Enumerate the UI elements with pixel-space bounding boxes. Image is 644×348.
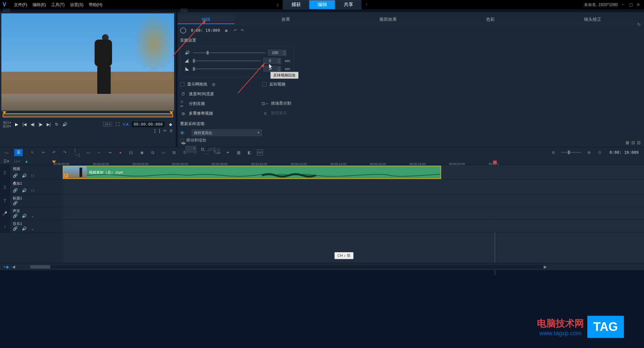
storyboard-view-icon[interactable]: ▭ (3, 150, 9, 156)
tool-icon[interactable]: |←| (74, 150, 80, 156)
record-icon[interactable]: ● (117, 150, 123, 156)
next-frame-button[interactable]: |▶ (38, 122, 43, 127)
clip-duration[interactable]: 0:00: 19:009 (189, 27, 222, 34)
goto-end-button[interactable]: ▶| (46, 122, 51, 127)
preview-timecode[interactable]: 00:00:00:000 (131, 121, 165, 128)
menu-file[interactable]: 文件(F) (14, 2, 27, 8)
tab-effects[interactable]: 效果 (234, 15, 337, 24)
clip-audio-icon[interactable]: 🔊 (64, 174, 68, 178)
scroll-left-icon[interactable]: ◀ (12, 265, 15, 269)
expand-icon[interactable]: ⛶ (115, 122, 120, 127)
scrubber[interactable] (3, 113, 173, 117)
goto-start-button[interactable]: |◀ (22, 122, 27, 127)
menu-edit[interactable]: 编辑(E) (33, 2, 46, 8)
volume-button[interactable]: 🔊 (62, 122, 67, 127)
tool-icon[interactable]: ⫿⫿ (128, 150, 134, 156)
expand-icon[interactable]: ⌄ (31, 214, 34, 218)
speed-timelapse-option[interactable]: ⏱速度/时间流逝 (180, 91, 215, 97)
link-icon[interactable]: 🔗 (13, 214, 18, 218)
rotate-right-icon[interactable]: ↷ (240, 28, 244, 33)
split-audio-option[interactable]: ♫✂分割音频 (180, 101, 215, 107)
rotate-left-icon[interactable]: ↶ (234, 28, 237, 33)
link-icon[interactable]: 🔗 (13, 226, 18, 231)
undo-icon[interactable]: ↶ (51, 150, 57, 156)
mute-icon[interactable]: 🔊 (22, 226, 27, 231)
color-swatch[interactable] (185, 146, 196, 153)
redo-icon[interactable]: ↷ (62, 150, 68, 156)
tool-icon[interactable]: ▭ (85, 150, 91, 156)
fade-out-slider[interactable] (193, 68, 261, 69)
va-toggle[interactable]: V A (123, 122, 128, 126)
layout-icon-1[interactable]: ▦ (626, 140, 629, 145)
grid-icon[interactable]: ⫶⫶ (31, 173, 35, 178)
aspect-dropdown[interactable]: 保持宽高比 (192, 129, 262, 136)
nav-share[interactable]: 共享 (335, 0, 362, 9)
split-icon[interactable]: ✂ (163, 128, 167, 133)
list-icon[interactable]: ☰▾ (3, 159, 9, 164)
split-by-scene-option[interactable]: ⊡↔按场景分割 (262, 101, 291, 106)
aspect-ratio[interactable]: 16:9 (103, 122, 112, 127)
mute-icon[interactable]: 🔊 (22, 214, 27, 218)
mute-icon[interactable]: 🔊 (22, 188, 27, 193)
link-icon[interactable]: 🔗 (13, 173, 18, 178)
layout-icon-3[interactable]: ▥ (637, 140, 641, 145)
preview-mode-label[interactable]: 项目▾素材▾ (3, 121, 11, 128)
menu-help[interactable]: 帮助(H) (89, 2, 103, 8)
sliders-icon[interactable]: ⫶⫶▾ (14, 159, 20, 164)
pan-zoom-radio[interactable]: 摇动和缩放 (180, 137, 641, 143)
layout-icon-2[interactable]: ▤ (631, 140, 635, 145)
scroll-right-icon[interactable]: ▶ (544, 265, 547, 269)
home-icon[interactable]: ⌂ (272, 1, 283, 8)
timecode-spinner[interactable]: ◆ (168, 122, 173, 127)
keep-aspect-radio[interactable]: 保持宽高比 (180, 129, 641, 136)
refresh-icon[interactable]: ↻ (637, 22, 641, 27)
mute-icon[interactable]: 🔊 (22, 173, 27, 178)
mark-in-icon[interactable]: [ (154, 128, 155, 133)
tool-icon[interactable]: ⇥ (107, 150, 113, 156)
timeline-view-icon[interactable]: ☰ (14, 149, 23, 156)
expand-icon[interactable]: ⌄ (31, 226, 34, 231)
play-button[interactable]: ▶ (14, 122, 19, 127)
multi-trim-option[interactable]: ⧉多重修整视频 (180, 111, 215, 116)
volume-value[interactable]: 100▲▼ (268, 50, 282, 56)
prev-frame-button[interactable]: ◀| (30, 122, 35, 127)
tool-icon[interactable]: ▭ (160, 150, 166, 156)
fade-in-value[interactable]: 0▲▼ (263, 58, 277, 64)
snapshot-icon[interactable]: ⎘ (170, 128, 172, 133)
upload-icon[interactable]: ↑ (362, 1, 372, 8)
arrow-tool-icon[interactable]: ↖ (30, 150, 36, 156)
reverse-video-option[interactable]: 反转视频 (262, 81, 291, 87)
close-button[interactable]: ✕ (637, 2, 641, 7)
fade-in-slider[interactable] (193, 60, 261, 61)
grid-icon[interactable]: ⫶⫶ (31, 188, 35, 193)
cut-tool-icon[interactable]: ✂ (40, 150, 46, 156)
nav-edit[interactable]: 编辑 (309, 0, 335, 9)
link-icon[interactable]: 🔗 (13, 188, 18, 193)
expand-left[interactable]: ◀▶ (181, 141, 186, 145)
panel-drag-handle[interactable]: ⠿⠿⠿ (0, 9, 176, 12)
zoom-slider[interactable] (561, 152, 581, 153)
minimize-button[interactable]: − (622, 2, 627, 7)
tab-face-effects[interactable]: 脸部效果 (337, 15, 439, 24)
mark-out-icon[interactable]: ] (159, 128, 160, 133)
tab-edit[interactable]: 编辑 (177, 15, 234, 24)
add-track-icon[interactable]: ▲ (24, 159, 29, 164)
show-grid-option[interactable]: 显示网格线⊞ (180, 81, 215, 87)
link-icon[interactable]: 🔗 (13, 201, 18, 206)
h-scrollbar[interactable] (30, 265, 543, 269)
video-preview[interactable] (1, 13, 174, 111)
tab-lens-correction[interactable]: 镜头校正 (542, 15, 644, 24)
tab-color[interactable]: 色彩 (439, 15, 542, 24)
tool-icon[interactable]: ◉ (139, 150, 145, 156)
maximize-button[interactable]: ▢ (629, 2, 634, 7)
tool-icon[interactable]: ↔ (96, 150, 102, 156)
scrubber-handle[interactable] (2, 111, 6, 114)
menu-settings[interactable]: 设置(S) (70, 2, 84, 8)
panel-drag-handle[interactable]: ⠿⠿⠿ (177, 9, 644, 12)
range-start-marker[interactable] (52, 161, 56, 163)
volume-slider[interactable] (193, 52, 265, 53)
add-cue-icon[interactable]: +◆ (3, 265, 9, 269)
tool-icon[interactable]: ⊞ (171, 150, 177, 156)
video-clip[interactable]: 视频素材（总）.mp4 🔊 (63, 166, 441, 179)
loop-button[interactable]: ↻ (54, 122, 59, 127)
